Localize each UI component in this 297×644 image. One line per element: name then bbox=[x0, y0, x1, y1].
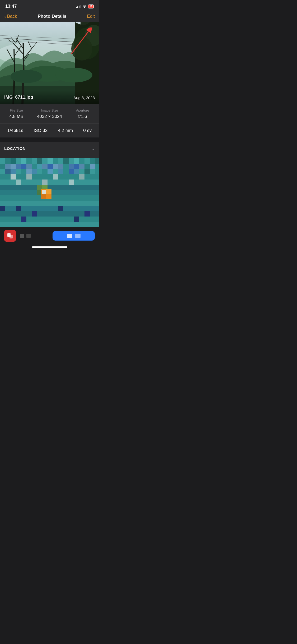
svg-rect-69 bbox=[0, 169, 5, 174]
svg-rect-68 bbox=[90, 164, 95, 169]
status-bar: 13:47 15 bbox=[0, 0, 99, 11]
location-header[interactable]: LOCATION ⌄ bbox=[4, 146, 95, 151]
signal-icon bbox=[76, 5, 81, 8]
svg-rect-52 bbox=[5, 164, 11, 169]
svg-point-0 bbox=[84, 7, 85, 8]
svg-rect-85 bbox=[84, 169, 90, 174]
svg-rect-54 bbox=[16, 164, 21, 169]
map-container[interactable] bbox=[0, 158, 99, 227]
file-size-value: 4.8 MB bbox=[3, 114, 30, 119]
svg-rect-117 bbox=[84, 211, 90, 217]
svg-rect-73 bbox=[21, 169, 26, 174]
svg-rect-105 bbox=[46, 189, 51, 194]
edit-button[interactable]: Edit bbox=[87, 14, 95, 19]
svg-rect-61 bbox=[53, 164, 58, 169]
photo-date: Aug 8, 2023 bbox=[73, 95, 95, 100]
aperture-cell: Aperture f/1.6 bbox=[66, 104, 99, 123]
svg-rect-115 bbox=[32, 211, 37, 217]
metadata-row-primary: File Size 4.8 MB Image Size 4032 × 3024 … bbox=[0, 104, 99, 124]
svg-rect-90 bbox=[26, 174, 32, 180]
svg-rect-58 bbox=[37, 164, 42, 169]
svg-line-19 bbox=[14, 49, 15, 75]
svg-rect-33 bbox=[5, 158, 11, 164]
svg-rect-41 bbox=[48, 158, 53, 164]
svg-rect-88 bbox=[0, 180, 99, 185]
svg-rect-60 bbox=[48, 164, 53, 169]
toolbar-right-action[interactable] bbox=[53, 231, 95, 241]
svg-rect-121 bbox=[10, 235, 13, 238]
location-header-container: LOCATION ⌄ bbox=[0, 142, 99, 158]
bottom-toolbar bbox=[0, 227, 99, 244]
svg-rect-79 bbox=[53, 169, 58, 174]
svg-point-27 bbox=[11, 70, 42, 83]
svg-rect-86 bbox=[90, 169, 95, 174]
page-title: Photo Details bbox=[38, 14, 67, 19]
svg-rect-72 bbox=[16, 169, 21, 174]
map-visual bbox=[0, 158, 99, 227]
toolbar-left-actions bbox=[4, 230, 31, 242]
image-size-cell: Image Size 4032 × 3024 bbox=[33, 104, 66, 123]
svg-rect-64 bbox=[69, 164, 74, 169]
svg-rect-77 bbox=[42, 169, 48, 174]
svg-rect-40 bbox=[42, 158, 48, 164]
iso-value: ISO 32 bbox=[34, 128, 48, 133]
status-time: 13:47 bbox=[5, 4, 17, 9]
svg-rect-50 bbox=[95, 158, 99, 164]
red-app-icon bbox=[6, 232, 14, 240]
svg-rect-94 bbox=[42, 180, 48, 185]
svg-rect-63 bbox=[63, 164, 69, 169]
svg-rect-35 bbox=[16, 158, 21, 164]
home-indicator bbox=[32, 246, 67, 248]
metadata-card: File Size 4.8 MB Image Size 4032 × 3024 … bbox=[0, 104, 99, 137]
svg-rect-65 bbox=[74, 164, 79, 169]
svg-rect-113 bbox=[0, 206, 5, 211]
svg-rect-46 bbox=[74, 158, 79, 164]
svg-rect-44 bbox=[63, 158, 69, 164]
svg-rect-82 bbox=[69, 169, 74, 174]
svg-rect-71 bbox=[11, 169, 16, 174]
svg-rect-57 bbox=[32, 164, 37, 169]
svg-line-30 bbox=[71, 31, 88, 54]
svg-rect-114 bbox=[16, 206, 21, 211]
svg-rect-111 bbox=[0, 217, 99, 222]
svg-rect-93 bbox=[16, 180, 21, 185]
svg-rect-49 bbox=[90, 158, 95, 164]
svg-rect-32 bbox=[0, 158, 5, 164]
svg-rect-66 bbox=[79, 164, 84, 169]
svg-rect-80 bbox=[58, 169, 63, 174]
svg-rect-53 bbox=[11, 164, 16, 169]
svg-point-28 bbox=[55, 68, 92, 82]
svg-rect-51 bbox=[0, 164, 5, 169]
location-chevron-icon: ⌄ bbox=[91, 146, 95, 151]
file-size-cell: File Size 4.8 MB bbox=[0, 104, 33, 123]
dot-2 bbox=[26, 234, 31, 238]
back-chevron-icon: ‹ bbox=[4, 14, 6, 19]
shutter-speed: 1/4651s bbox=[7, 128, 23, 133]
battery-icon: 15 bbox=[88, 4, 94, 8]
svg-rect-95 bbox=[69, 180, 74, 185]
svg-rect-118 bbox=[74, 217, 79, 222]
svg-rect-78 bbox=[48, 169, 53, 174]
location-title: LOCATION bbox=[4, 146, 26, 151]
svg-rect-83 bbox=[74, 169, 79, 174]
svg-rect-84 bbox=[79, 169, 84, 174]
app-icon-red[interactable] bbox=[4, 230, 16, 242]
location-section: LOCATION ⌄ bbox=[0, 142, 99, 227]
image-size-value: 4032 × 3024 bbox=[36, 114, 63, 119]
aperture-value: f/1.6 bbox=[69, 114, 96, 119]
svg-rect-45 bbox=[69, 158, 74, 164]
status-icons: 15 bbox=[76, 4, 94, 8]
svg-rect-112 bbox=[0, 222, 99, 227]
svg-rect-75 bbox=[32, 169, 37, 174]
metadata-row-secondary: 1/4651s ISO 32 4.2 mm 0 ev bbox=[0, 124, 99, 137]
svg-rect-34 bbox=[11, 158, 16, 164]
nav-bar: ‹ Back Photo Details Edit bbox=[0, 11, 99, 22]
aperture-label: Aperture bbox=[69, 108, 96, 112]
svg-rect-108 bbox=[42, 190, 46, 194]
svg-rect-76 bbox=[37, 169, 42, 174]
svg-rect-38 bbox=[32, 158, 37, 164]
toolbar-dots bbox=[20, 234, 31, 238]
svg-rect-37 bbox=[26, 158, 32, 164]
back-button[interactable]: ‹ Back bbox=[4, 14, 17, 19]
svg-rect-70 bbox=[5, 169, 11, 174]
